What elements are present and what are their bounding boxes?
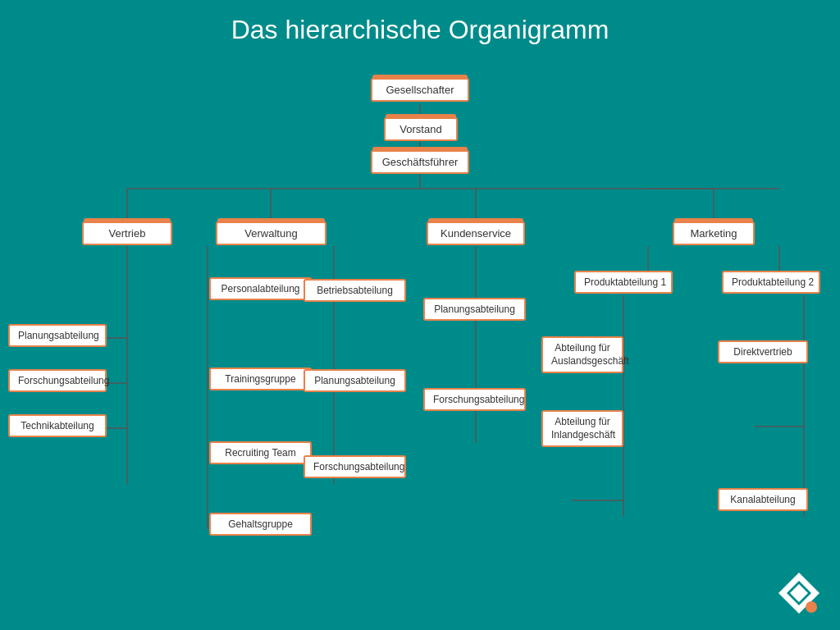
node-m-direktvertrieb: Direktvertrieb — [718, 340, 808, 363]
node-marketing: Marketing — [673, 221, 755, 245]
node-vorstand: Vorstand — [384, 117, 458, 141]
node-m-inlandsgeschaeft: Abteilung für Inlandgeschäft — [541, 410, 623, 447]
node-gesellschafter: Gesellschafter — [371, 78, 469, 102]
logo — [774, 568, 824, 618]
node-m-produktabteilung2: Produktabteilung 2 — [722, 271, 820, 294]
node-vw-betriebsabteilung: Betriebsabteilung — [304, 279, 406, 302]
node-vertrieb: Vertrieb — [82, 221, 172, 245]
node-k-forschungsabteilung: Forschungsabteilung — [423, 388, 526, 411]
page-title: Das hierarchische Organigramm — [0, 0, 840, 53]
node-v-technikabteilung: Technikabteilung — [8, 414, 107, 437]
node-v-planungsabteilung: Planungsabteilung — [8, 324, 107, 347]
node-verwaltung: Verwaltung — [216, 221, 326, 245]
node-v-forschungsabteilung: Forschungsabteilung — [8, 369, 107, 392]
svg-point-38 — [806, 601, 817, 613]
node-kundenservice: Kundenservice — [427, 221, 525, 245]
node-m-produktabteilung1: Produktabteilung 1 — [574, 271, 673, 294]
node-k-planungsabteilung: Planungsabteilung — [423, 298, 526, 321]
node-vw-forschungsabteilung: Forschungsabteilung — [304, 455, 406, 478]
node-m-auslandsgeschaeft: Abteilung für Auslandsgeschäft — [541, 336, 623, 373]
node-vw-trainingsgruppe: Trainingsgruppe — [209, 368, 312, 390]
node-vw-recruiting: Recruiting Team — [209, 441, 312, 464]
node-m-kanalabteilung: Kanalabteilung — [718, 488, 808, 511]
node-vw-gehaltsgruppe: Gehaltsgruppe — [209, 513, 312, 536]
node-vw-planungsabteilung: Planungsabteilung — [304, 369, 406, 392]
node-geschaeftsfuehrer: Geschäftsführer — [371, 150, 469, 174]
node-vw-personalabteilung: Personalabteilung — [209, 277, 312, 300]
